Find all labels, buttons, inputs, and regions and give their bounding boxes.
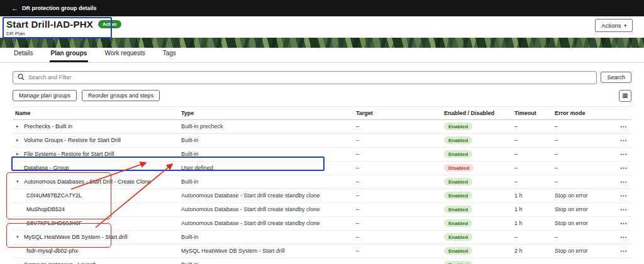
page-header: Start Drill-IAD-PHX Active DR Plan Actio… [0,16,644,38]
row-timeout: – [512,165,552,171]
row-timeout: 1 h [512,220,552,226]
row-name: Database - Group [24,165,69,171]
row-type: Built-in [179,234,353,240]
row-timeout: – [512,234,552,240]
status-badge: Enabled [444,219,472,227]
row-name: fsdr-mysql-db02-phx [26,248,78,254]
column-settings-button[interactable]: ▦ [619,90,631,102]
row-target: – [353,248,441,254]
tab-work-requests[interactable]: Work requests [103,50,146,62]
row-error-mode: Stop on error [552,248,618,254]
table-row: ▾Autonomous Databases - Start Drill - Cr… [13,175,631,189]
col-timeout: Timeout [512,110,552,116]
status-badge: Enabled [444,136,472,144]
row-error-mode: – [552,261,618,264]
row-actions-button[interactable]: ⋯ [618,178,631,186]
row-name: MySQL HeatWave DB System - Start drill [24,234,128,240]
row-target: – [353,192,441,199]
expand-icon[interactable]: ▸ [16,124,24,129]
row-timeout: – [512,137,552,143]
plan-groups-panel: Search Manage plan groups Reorder groups… [0,63,644,264]
expand-icon[interactable]: ▸ [16,138,24,143]
back-link[interactable]: ← DR protection group details [11,4,97,12]
actions-button-label: Actions [601,22,621,29]
row-name: Autonomous Databases - Start Drill - Cre… [24,179,151,185]
row-type: Autonomous Database - Start drill create… [179,192,353,199]
manage-plan-groups-button[interactable]: Manage plan groups [13,90,77,101]
table-header-row: Name Type Target Enabled / Disabled Time… [13,106,631,120]
status-badge: Enabled [444,247,472,255]
row-timeout: – [512,123,552,129]
chevron-down-icon: ▾ [624,23,626,28]
status-badge: Enabled [444,123,472,130]
row-type: Built-in [179,179,353,185]
row-actions-button[interactable]: ⋯ [618,261,631,264]
tab-details[interactable]: Details [13,50,35,62]
row-actions-button[interactable]: ⋯ [618,233,631,241]
row-name: C0I4UM87BZCA7Y2L [26,192,82,199]
tab-tags[interactable]: Tags [162,50,177,62]
collapse-icon[interactable]: ▾ [16,234,24,239]
row-target: – [353,206,441,212]
row-target: – [353,179,441,185]
row-type: Autonomous Database - Start drill create… [179,206,353,212]
row-error-mode: – [552,151,618,157]
row-error-mode: Stop on error [552,220,618,226]
row-error-mode: – [552,234,618,240]
row-error-mode: – [552,179,618,185]
row-target: – [353,151,441,157]
row-timeout: 1 h [512,192,552,199]
table-row-database-group: Database - Group User defined – Disabled… [13,162,631,175]
row-name: Volume Groups - Restore for Start Drill [24,137,121,143]
row-timeout: – [512,151,552,157]
row-actions-button[interactable]: ⋯ [618,206,631,214]
actions-button[interactable]: Actions ▾ [595,19,633,32]
col-target: Target [353,110,441,116]
col-name: Name [13,110,179,116]
expand-icon[interactable]: ▸ [16,151,24,157]
table-row: ▸Compute Instances - Launch Built-in – E… [13,258,631,264]
row-target: – [353,165,441,171]
row-actions-button[interactable]: ⋯ [618,136,631,145]
table-row: MuShopDB524 Autonomous Database - Start … [13,203,631,217]
row-actions-button[interactable]: ⋯ [618,192,631,200]
dr-plan-page: ← DR protection group details Start Dril… [0,0,644,264]
back-arrow-icon: ← [11,4,18,12]
plan-groups-table: Name Type Target Enabled / Disabled Time… [13,106,631,264]
collapse-icon[interactable]: ▾ [16,179,24,184]
reorder-groups-button[interactable]: Reorder groups and steps [82,90,160,101]
row-type: Built-in [179,261,353,264]
row-name: Compute Instances - Launch [24,261,96,264]
row-type: Autonomous Database - Start drill create… [179,220,353,226]
row-actions-button[interactable]: ⋯ [618,123,631,131]
status-badge: Enabled [444,206,472,213]
col-status: Enabled / Disabled [441,110,512,116]
row-error-mode: – [552,137,618,143]
row-error-mode: – [552,165,618,171]
status-badge: Enabled [444,261,472,264]
table-row: S8V7KPL3HD60JH0F Autonomous Database - S… [13,217,631,231]
search-button[interactable]: Search [601,72,631,83]
back-link-label: DR protection group details [22,5,97,11]
status-badge: Enabled [444,192,472,199]
row-actions-button[interactable]: ⋯ [618,150,631,158]
table-row: ▸Prechecks - Built in Built-in precheck … [13,120,631,134]
page-subtitle: DR Plan [6,31,121,36]
row-error-mode: Stop on error [552,206,618,212]
row-name: MuShopDB524 [26,206,65,212]
table-row: fsdr-mysql-db02-phx MySQL HeatWave DB Sy… [13,245,631,258]
row-name: S8V7KPL3HD60JH0F [26,220,82,226]
col-type: Type [179,110,353,116]
status-badge: Disabled [444,164,474,172]
table-row: ▸Volume Groups - Restore for Start Drill… [13,134,631,148]
row-actions-button[interactable]: ⋯ [618,164,631,172]
row-name: File Systems - Restore for Start Drill [24,151,114,157]
row-type: Built-in [179,137,353,143]
row-actions-button[interactable]: ⋯ [618,247,631,255]
row-error-mode: Stop on error [552,192,618,199]
search-input[interactable] [13,71,597,84]
tab-plan-groups[interactable]: Plan groups [50,50,89,62]
search-input-wrap [13,70,597,84]
page-title: Start Drill-IAD-PHX [6,19,93,30]
row-actions-button[interactable]: ⋯ [618,219,631,228]
